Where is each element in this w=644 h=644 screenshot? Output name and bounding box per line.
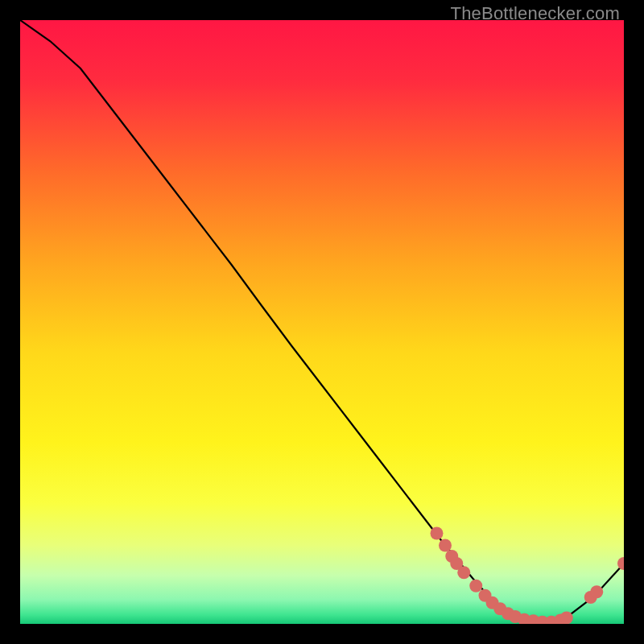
data-marker — [431, 527, 444, 540]
data-marker — [457, 566, 470, 579]
data-marker — [469, 580, 482, 592]
watermark-text: TheBottlenecker.com — [451, 3, 620, 24]
data-marker — [590, 585, 603, 598]
data-marker — [560, 612, 573, 625]
data-marker — [439, 539, 452, 552]
gradient-background — [20, 20, 624, 624]
chart-frame — [20, 20, 624, 624]
bottleneck-curve-plot — [20, 20, 624, 624]
